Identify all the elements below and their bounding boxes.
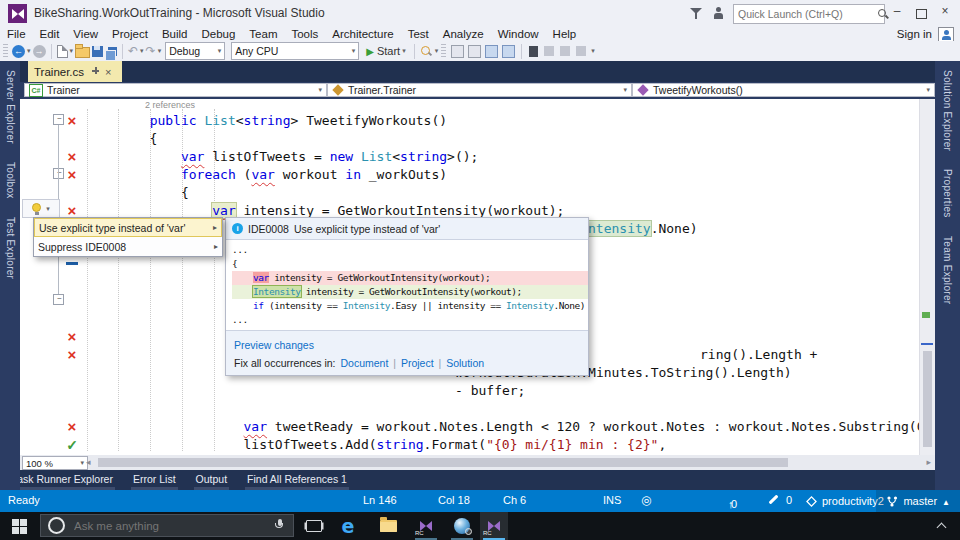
pin-icon[interactable] [92,67,99,77]
menu-item[interactable]: Window [491,28,546,40]
redo-button[interactable]: ↷ [146,44,162,58]
maximize-button[interactable] [910,0,932,22]
taskbar-globe-app-button[interactable] [448,512,476,540]
zoom-dropdown[interactable]: 100 % [22,456,88,470]
toolbar-overflow-icon[interactable] [591,47,595,55]
editor-vertical-scrollbar[interactable] [919,99,935,455]
next-bookmark-icon[interactable] [560,46,570,56]
toolbar-grip[interactable] [441,44,446,58]
scroll-right-icon[interactable]: ▸ [926,457,931,467]
fix-all-project-link[interactable]: Project [401,357,434,369]
member-dropdown[interactable]: TweetifyWorkouts() [632,83,935,97]
navigate-back-button[interactable]: ← [12,45,31,58]
close-button[interactable]: × [934,0,956,22]
codelens-references[interactable]: 2 references [145,100,195,110]
code-line[interactable]: var intensity = GetWorkoutIntensity(work… [232,271,588,285]
minimize-button[interactable]: – [886,0,908,22]
toolbar-icon[interactable] [451,45,464,58]
horizontal-scrollbar-thumb[interactable] [98,458,788,467]
code-line[interactable]: ... [232,313,588,327]
code-line[interactable]: var tweetReady = workout.Notes.Length < … [87,418,924,436]
menu-item[interactable]: Edit [33,28,67,40]
send-feedback-icon[interactable] [714,7,727,19]
bottom-panel-tab[interactable]: Output [194,470,230,492]
project-dropdown[interactable]: C# Trainer [24,83,327,97]
preview-changes-link[interactable]: Preview changes [234,339,314,351]
save-button[interactable] [92,46,103,57]
scroll-left-icon[interactable]: ◂ [86,457,91,467]
code-line[interactable]: - buffer; [455,382,525,400]
open-file-button[interactable] [75,44,90,58]
clear-bookmarks-icon[interactable] [576,46,586,56]
code-editor[interactable]: 2 references public List<string> Tweetif… [20,99,935,455]
tab-close-icon[interactable]: × [105,66,111,78]
menu-item[interactable]: Build [155,28,195,40]
document-tab-trainer-cs[interactable]: Trainer.cs × [28,61,122,82]
save-all-button[interactable] [105,47,117,56]
menu-item[interactable]: Debug [194,28,242,40]
margin-glyph-collapse[interactable] [53,294,64,305]
menu-item[interactable]: Analyze [436,28,491,40]
taskbar-edge-button[interactable]: e [334,512,362,540]
toolbar-overflow-icon[interactable] [435,47,439,55]
bookmark-icon[interactable] [529,46,538,57]
code-line[interactable]: ntensity.None) [588,220,698,238]
toolbar-icon[interactable] [468,45,481,58]
code-line[interactable]: listOfTweets.Add(string.Format("{0} mi/{… [87,436,666,454]
menu-item[interactable]: Architecture [325,28,400,40]
margin-glyph-collapse[interactable] [53,114,64,125]
record-icon[interactable] [641,493,651,507]
type-dropdown[interactable]: Trainer.Trainer [327,83,632,97]
taskbar-file-explorer-button[interactable] [374,512,402,540]
bottom-panel-tab[interactable]: Error List [131,470,178,492]
taskbar-visual-studio-active-button[interactable]: RC [480,512,508,540]
menu-item-suppress-ide0008[interactable]: Suppress IDE0008 [34,237,222,256]
previous-bookmark-icon[interactable] [544,46,554,56]
cortana-search-box[interactable] [40,514,294,537]
code-line[interactable]: { [232,257,588,271]
tray-expand-chevron-icon[interactable] [938,522,946,530]
quick-launch-box[interactable] [733,4,885,24]
menu-item[interactable]: Team [242,28,284,40]
fix-all-solution-link[interactable]: Solution [446,357,484,369]
sign-in-link[interactable]: Sign in [897,28,932,40]
edit-count[interactable]: 0 [786,494,792,506]
code-line[interactable]: if (intensity == Intensity.Easy || inten… [232,299,588,313]
menu-item[interactable]: File [0,28,33,40]
side-panel-tab[interactable]: Team Explorer [942,227,953,313]
menu-item[interactable]: Tools [284,28,325,40]
code-line[interactable]: { [87,184,189,202]
fix-all-document-link[interactable]: Document [340,357,388,369]
bottom-panel-tab[interactable]: Task Runner Explorer [10,470,115,492]
find-in-files-button[interactable] [420,45,432,57]
side-panel-tab[interactable]: Properties [942,160,953,227]
toolbar-grip[interactable] [3,44,8,58]
microphone-icon[interactable] [274,519,285,533]
side-panel-tab[interactable]: Server Explorer [5,61,16,153]
menu-item-use-explicit-type[interactable]: Use explicit type instead of 'var' [34,218,222,237]
undo-button[interactable]: ↶ [128,44,144,58]
scrollbar-thumb[interactable] [923,351,932,447]
menu-item[interactable]: View [66,28,105,40]
task-view-button[interactable] [300,512,328,540]
taskbar-visual-studio-button[interactable]: RC [412,512,440,540]
menu-item[interactable]: Help [546,28,584,40]
menu-item[interactable]: Project [105,28,155,40]
code-line[interactable]: ring().Length + [700,346,817,364]
toolbar-icon[interactable] [485,45,498,58]
start-button[interactable] [0,512,38,540]
quick-launch-input[interactable] [734,8,877,20]
code-line[interactable]: public List<string> TweetifyWorkouts() [87,112,447,130]
code-line[interactable]: var listOfTweets = new List<string>(); [87,148,478,166]
solution-platform-dropdown[interactable]: Any CPU [231,42,359,60]
new-file-button[interactable] [57,45,74,58]
outgoing-commits[interactable]: 0 [728,494,731,506]
start-debug-button[interactable]: Start [366,45,405,57]
feedback-filter-icon[interactable] [690,8,702,19]
code-line[interactable]: foreach (var workout in _workOuts) [87,166,447,184]
side-panel-tab[interactable]: Solution Explorer [942,61,953,160]
code-line[interactable]: Intensity intensity = GetWorkoutIntensit… [232,285,588,299]
navigate-forward-button[interactable]: → [33,45,46,58]
bottom-panel-tab[interactable]: Find All References 1 [245,470,349,492]
side-panel-tab[interactable]: Test Explorer [5,208,16,288]
